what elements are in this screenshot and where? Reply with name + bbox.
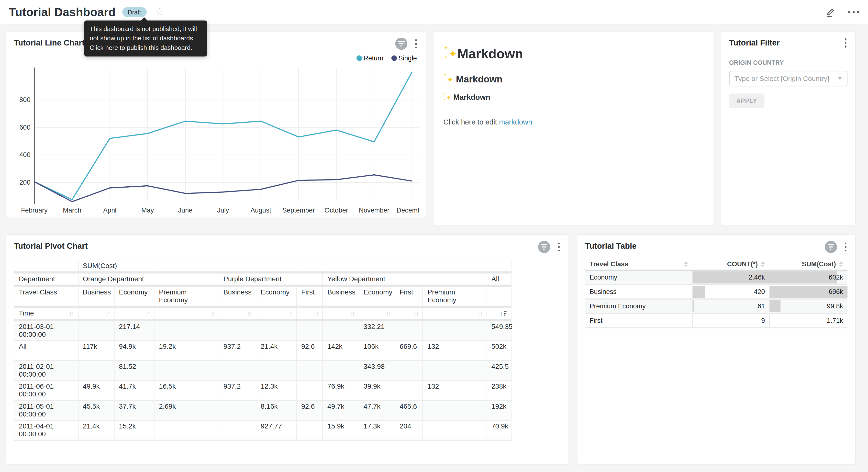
pivot-cell[interactable]: 37.7k	[114, 400, 154, 420]
pivot-sort-cell[interactable]: ↓	[487, 307, 511, 320]
pivot-cell[interactable]: 45.5k	[78, 400, 114, 420]
travel-class-cell[interactable]: Economy	[585, 270, 692, 285]
travel-class-cell[interactable]: Premium Economy	[585, 299, 692, 314]
pivot-cell[interactable]: 16.5k	[154, 380, 219, 400]
pivot-cell[interactable]	[256, 320, 297, 341]
pivot-cell[interactable]: 142k	[323, 341, 359, 360]
filter-menu-icon[interactable]	[843, 38, 847, 48]
origin-country-select[interactable]: Type or Select [Origin Country]	[729, 71, 848, 86]
applied-filters-icon[interactable]	[395, 38, 407, 50]
pivot-cell[interactable]: 70.9k	[487, 420, 511, 440]
pivot-cell[interactable]	[219, 320, 256, 341]
pivot-cell[interactable]: 465.6	[395, 400, 423, 420]
pivot-cell[interactable]	[297, 360, 323, 381]
sort-icon[interactable]: ↓↑	[105, 309, 110, 318]
pivot-cell[interactable]	[423, 360, 487, 381]
sort-descending-icon[interactable]: ↓	[499, 309, 506, 318]
pivot-cell[interactable]: 12.3k	[256, 380, 297, 400]
pivot-cell[interactable]: 21.4k	[78, 420, 114, 440]
pivot-sort-cell[interactable]: ↓↑	[256, 307, 297, 320]
sort-carets-icon[interactable]	[761, 261, 765, 267]
pivot-cell[interactable]: 49.9k	[78, 380, 114, 400]
pivot-row-label[interactable]: All	[14, 341, 78, 360]
applied-filters-icon[interactable]	[825, 241, 837, 253]
pivot-cell[interactable]	[395, 380, 423, 400]
pivot-sort-cell[interactable]: ↓↑	[114, 307, 154, 320]
pivot-cell[interactable]	[423, 420, 487, 440]
sum-cell[interactable]: 99.8k	[770, 299, 848, 314]
status-badge[interactable]: Draft	[122, 7, 147, 17]
sort-icon[interactable]: ↓↑	[210, 309, 214, 318]
chart-menu-icon[interactable]	[414, 39, 418, 49]
pivot-cell[interactable]: 927.77	[256, 420, 297, 440]
pivot-cell[interactable]: 39.9k	[359, 380, 395, 400]
sort-carets-icon[interactable]	[839, 261, 843, 267]
pivot-cell[interactable]: 92.6	[297, 400, 323, 420]
chart-menu-icon[interactable]	[843, 242, 847, 252]
pivot-sort-cell[interactable]: ↓↑	[395, 307, 423, 320]
pivot-cell[interactable]: 15.9k	[323, 420, 359, 440]
count-cell[interactable]: 2.46k	[692, 270, 769, 285]
pivot-cell[interactable]: 132	[423, 341, 487, 360]
favorite-star-icon[interactable]: ☆	[155, 7, 164, 17]
pivot-cell[interactable]	[323, 360, 359, 381]
pivot-cell[interactable]	[395, 360, 423, 381]
pivot-row-label[interactable]: 2011-02-01 00:00:00	[14, 360, 78, 381]
pivot-cell[interactable]: 2.69k	[154, 400, 219, 420]
sort-icon[interactable]: ↓↑	[414, 309, 418, 318]
pivot-cell[interactable]	[219, 360, 256, 381]
pivot-cell[interactable]	[219, 420, 256, 440]
pivot-cell[interactable]: 92.6	[297, 341, 323, 360]
pivot-cell[interactable]	[256, 360, 297, 381]
pivot-sort-cell[interactable]: ↓↑	[423, 307, 487, 320]
line-chart[interactable]: 200400600800FebruaryMarchAprilMayJuneJul…	[14, 64, 419, 219]
pivot-cell[interactable]: 204	[395, 420, 423, 440]
pivot-sort-cell[interactable]: ↓↑	[359, 307, 395, 320]
pivot-cell[interactable]: 106k	[359, 341, 395, 360]
applied-filters-icon[interactable]	[538, 241, 550, 253]
pivot-cell[interactable]: 238k	[487, 380, 511, 400]
pivot-cell[interactable]: 502k	[487, 341, 511, 360]
legend-item-return[interactable]: Return	[356, 54, 383, 62]
apply-button[interactable]: APPLY	[729, 93, 764, 108]
sum-cell[interactable]: 696k	[770, 285, 848, 299]
pivot-cell[interactable]: 19.2k	[154, 341, 219, 360]
sort-icon[interactable]: ↓↑	[313, 309, 318, 318]
pivot-cell[interactable]: 669.6	[395, 341, 423, 360]
pivot-sort-cell[interactable]: ↓↑	[154, 307, 219, 320]
travel-class-cell[interactable]: First	[585, 313, 692, 328]
pivot-cell[interactable]: 132	[423, 380, 487, 400]
pivot-cell[interactable]	[297, 320, 323, 341]
pivot-cell[interactable]	[323, 320, 359, 341]
pivot-cell[interactable]	[154, 360, 219, 381]
pivot-cell[interactable]	[423, 320, 487, 341]
sort-icon[interactable]: ↓↑	[69, 309, 73, 318]
pivot-cell[interactable]: 117k	[78, 341, 114, 360]
markdown-card[interactable]: ✦✦✦Markdown ✦✦✦ Markdown ✦✦✦ Markdown Cl…	[433, 31, 714, 226]
pivot-cell[interactable]: 81.52	[114, 360, 154, 381]
pivot-cell[interactable]: 343.98	[359, 360, 395, 381]
sort-icon[interactable]: ↓↑	[247, 309, 251, 318]
pivot-cell[interactable]	[78, 320, 114, 341]
pivot-cell[interactable]	[78, 360, 114, 381]
sort-icon[interactable]: ↓↑	[386, 309, 390, 318]
count-cell[interactable]: 420	[692, 285, 769, 299]
sum-cell[interactable]: 1.71k	[770, 313, 848, 328]
pivot-cell[interactable]	[154, 420, 219, 440]
sort-icon[interactable]: ↓↑	[145, 309, 149, 318]
travel-class-cell[interactable]: Business	[585, 285, 692, 299]
pivot-cell[interactable]: 332.21	[359, 320, 395, 341]
pivot-cell[interactable]: 937.2	[219, 380, 256, 400]
pivot-cell[interactable]	[297, 420, 323, 440]
pivot-cell[interactable]	[395, 320, 423, 341]
sort-icon[interactable]: ↓↑	[287, 309, 292, 318]
legend-item-single[interactable]: Single	[391, 54, 417, 62]
pivot-row-label[interactable]: 2011-04-01 00:00:00	[14, 420, 78, 440]
pivot-cell[interactable]: 217.14	[114, 320, 154, 341]
sort-carets-icon[interactable]	[683, 261, 688, 267]
pivot-cell[interactable]: 21.4k	[256, 341, 297, 360]
pivot-cell[interactable]: 15.2k	[114, 420, 154, 440]
pivot-row-label[interactable]: 2011-03-01 00:00:00	[14, 320, 78, 341]
pivot-sort-cell[interactable]: ↓↑	[297, 307, 323, 320]
sum-cell[interactable]: 602k	[770, 270, 848, 285]
